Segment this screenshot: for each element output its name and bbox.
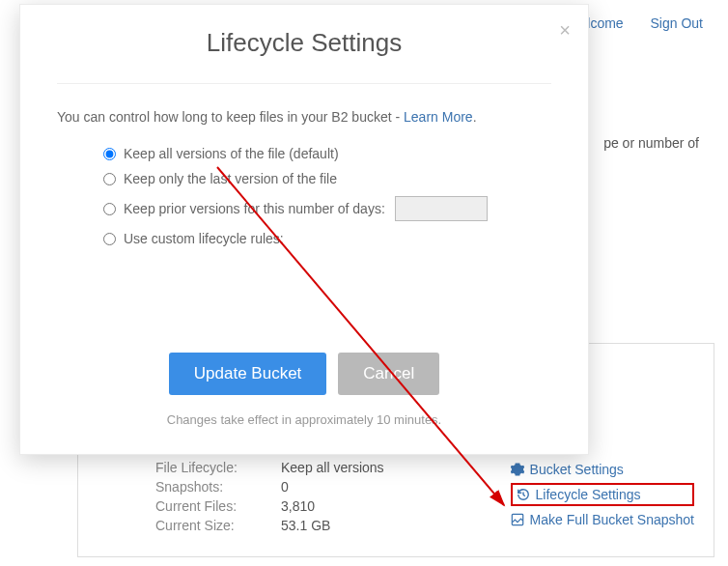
description-text: You can control how long to keep files i… — [57, 109, 404, 125]
update-bucket-button[interactable]: Update Bucket — [169, 353, 327, 395]
detail-label: Current Size: — [155, 518, 271, 533]
history-icon — [517, 488, 530, 501]
signout-link[interactable]: Sign Out — [651, 15, 703, 31]
detail-value: 0 — [281, 479, 289, 495]
modal-description: You can control how long to keep files i… — [57, 109, 551, 125]
learn-more-link[interactable]: Learn More — [404, 109, 473, 125]
truncated-text: pe or number of — [603, 135, 699, 151]
radio-keep-all[interactable] — [103, 148, 116, 160]
cancel-button[interactable]: Cancel — [338, 353, 439, 395]
link-label: Make Full Bucket Snapshot — [530, 512, 694, 527]
divider — [57, 83, 551, 84]
radio-label[interactable]: Keep only the last version of the file — [124, 171, 337, 186]
modal-note: Changes take effect in approximately 10 … — [57, 412, 551, 427]
days-input[interactable] — [395, 196, 488, 221]
detail-label: Snapshots: — [155, 479, 271, 495]
lifecycle-settings-link[interactable]: Lifecycle Settings — [511, 483, 694, 506]
snapshot-link[interactable]: Make Full Bucket Snapshot — [511, 512, 694, 527]
detail-label: File Lifecycle: — [155, 460, 271, 475]
link-label: Lifecycle Settings — [536, 487, 641, 502]
radio-keep-last[interactable] — [103, 173, 116, 185]
close-button[interactable]: × — [559, 20, 571, 40]
radio-label[interactable]: Use custom lifecycle rules: — [124, 231, 284, 246]
detail-value: Keep all versions — [281, 460, 384, 475]
radio-custom[interactable] — [103, 233, 116, 245]
modal-title: Lifecycle Settings — [57, 28, 551, 58]
radio-label[interactable]: Keep prior versions for this number of d… — [124, 201, 385, 216]
gear-icon — [511, 463, 524, 476]
link-label: Bucket Settings — [530, 462, 624, 477]
detail-label: Current Files: — [155, 498, 271, 514]
radio-keep-days[interactable] — [103, 203, 116, 215]
detail-value: 53.1 GB — [281, 518, 330, 533]
snapshot-icon — [511, 513, 524, 526]
lifecycle-settings-modal: × Lifecycle Settings You can control how… — [19, 4, 589, 455]
radio-group: Keep all versions of the file (default) … — [103, 146, 551, 246]
radio-label[interactable]: Keep all versions of the file (default) — [124, 146, 339, 161]
detail-value: 3,810 — [281, 498, 315, 514]
bucket-settings-link[interactable]: Bucket Settings — [511, 462, 694, 477]
